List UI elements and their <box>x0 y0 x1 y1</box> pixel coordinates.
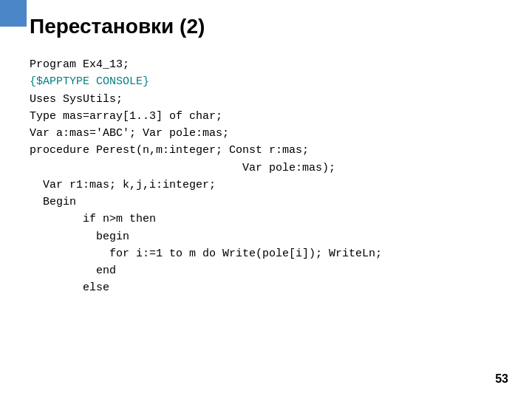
code-line: {$APPTYPE CONSOLE} <box>30 73 502 90</box>
code-line: Uses SysUtils; <box>30 91 502 108</box>
code-line: for i:=1 to m do Write(pole[i]); WriteLn… <box>30 245 502 262</box>
code-line: Begin <box>30 194 502 211</box>
code-line: Var a:mas='ABC'; Var pole:mas; <box>30 125 502 142</box>
code-line: Var pole:mas); <box>30 160 502 177</box>
code-line: Var r1:mas; k,j,i:integer; <box>30 177 502 194</box>
code-line: if n>m then <box>30 211 502 228</box>
code-block: Program Ex4_13;{$APPTYPE CONSOLE}Uses Sy… <box>30 56 502 297</box>
code-line: Program Ex4_13; <box>30 56 502 73</box>
top-accent-decoration <box>0 0 27 27</box>
code-line: else <box>30 279 502 296</box>
code-line: end <box>30 262 502 279</box>
slide-title: Перестановки (2) <box>30 15 502 38</box>
slide: Перестановки (2) Program Ex4_13;{$APPTYP… <box>0 0 532 399</box>
code-line: Type mas=array[1..3] of char; <box>30 108 502 125</box>
code-line: procedure Perest(n,m:integer; Const r:ma… <box>30 142 502 159</box>
page-number: 53 <box>495 372 508 386</box>
code-line: begin <box>30 228 502 245</box>
